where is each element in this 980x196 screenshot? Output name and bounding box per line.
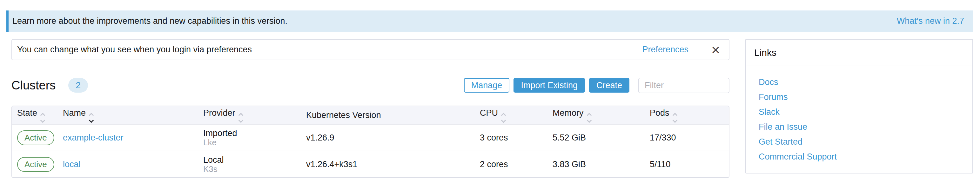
link-file-an-issue[interactable]: File an Issue: [759, 122, 972, 131]
create-button[interactable]: Create: [589, 78, 629, 93]
links-panel: Links Docs Forums Slack File an Issue Ge…: [745, 39, 973, 174]
column-header-memory[interactable]: Memory: [547, 106, 645, 124]
link-slack[interactable]: Slack: [759, 107, 972, 116]
sort-icon: [673, 114, 677, 122]
sort-icon: [239, 114, 243, 122]
table-row: Active example-cluster Imported Lke v1.2…: [12, 124, 729, 151]
provider-distro: Lke: [203, 138, 301, 147]
table-header-row: State Name Provider Kubernetes Version C…: [12, 106, 729, 124]
column-header-kubernetes-version: Kubernetes Version: [301, 106, 475, 124]
column-header-state[interactable]: State: [12, 106, 58, 124]
memory-cell: 3.83 GiB: [547, 151, 645, 177]
sort-icon-active: [89, 114, 93, 122]
cluster-actions: Manage Import Existing Create: [464, 78, 729, 93]
provider-name: Imported: [203, 128, 301, 138]
page-title: Clusters: [11, 79, 56, 92]
filter-input[interactable]: [638, 78, 729, 93]
status-badge: Active: [17, 130, 54, 145]
import-existing-button[interactable]: Import Existing: [514, 78, 585, 93]
column-header-provider[interactable]: Provider: [198, 106, 301, 124]
sort-icon: [502, 114, 505, 122]
close-icon[interactable]: ×: [711, 43, 720, 57]
version-banner: Learn more about the improvements and ne…: [6, 11, 973, 32]
memory-cell: 5.52 GiB: [547, 124, 645, 151]
cluster-name-link[interactable]: example-cluster: [63, 133, 124, 142]
pods-cell: 5/110: [645, 151, 729, 177]
cluster-name-link[interactable]: local: [63, 160, 81, 169]
whats-new-link[interactable]: What's new in 2.7: [897, 16, 964, 26]
status-badge: Active: [17, 157, 54, 172]
cpu-cell: 3 cores: [475, 124, 547, 151]
sort-icon: [41, 114, 45, 122]
link-forums[interactable]: Forums: [759, 93, 972, 101]
manage-button[interactable]: Manage: [464, 78, 510, 93]
cluster-count-badge: 2: [68, 78, 88, 93]
version-banner-message: Learn more about the improvements and ne…: [13, 16, 287, 26]
sort-icon: [587, 114, 591, 122]
link-commercial-support[interactable]: Commercial Support: [759, 152, 972, 161]
provider-name: Local: [203, 155, 301, 164]
clusters-table: State Name Provider Kubernetes Version C…: [11, 106, 729, 178]
column-header-cpu[interactable]: CPU: [475, 106, 547, 124]
links-list: Docs Forums Slack File an Issue Get Star…: [746, 66, 972, 161]
pods-cell: 17/330: [645, 124, 729, 151]
cpu-cell: 2 cores: [475, 151, 547, 177]
preferences-link[interactable]: Preferences: [643, 45, 689, 55]
column-header-name[interactable]: Name: [58, 106, 198, 124]
provider-distro: K3s: [203, 164, 301, 174]
table-row: Active local Local K3s v1.26.4+k3s1 2 co…: [12, 151, 729, 177]
links-panel-title: Links: [746, 40, 972, 66]
kubernetes-version-cell: v1.26.4+k3s1: [301, 151, 475, 177]
kubernetes-version-cell: v1.26.9: [301, 124, 475, 151]
link-get-started[interactable]: Get Started: [759, 138, 972, 146]
preferences-banner-message: You can change what you see when you log…: [17, 45, 252, 55]
column-header-pods[interactable]: Pods: [645, 106, 729, 124]
preferences-banner: You can change what you see when you log…: [11, 39, 729, 60]
clusters-header-row: Clusters 2 Manage Import Existing Create: [11, 77, 729, 93]
link-docs[interactable]: Docs: [759, 78, 972, 87]
